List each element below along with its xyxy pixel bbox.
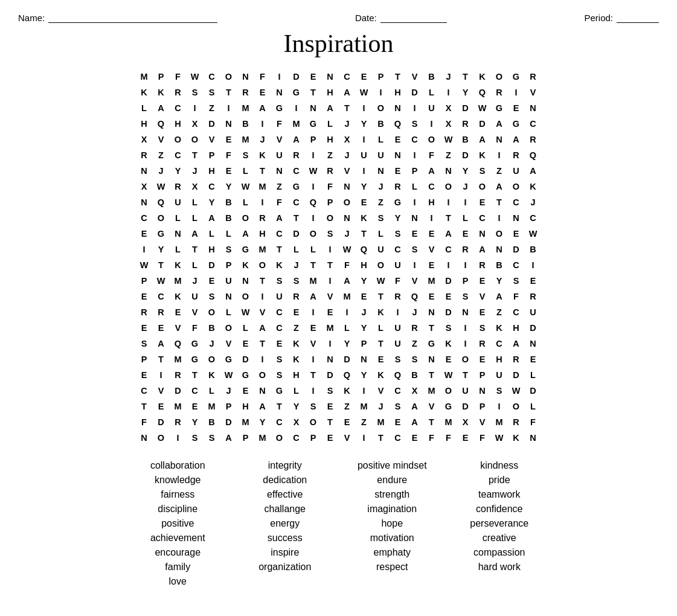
grid-cell: Z [491,304,508,320]
grid-cell: O [204,351,220,367]
word-item: encourage [127,547,229,558]
grid-cell: C [288,194,305,210]
grid-cell: J [187,273,204,289]
grid-cell: M [356,399,373,414]
word-item: emphaty [342,547,443,558]
grid-cell: I [457,257,474,273]
grid-cell: N [305,100,322,116]
grid-cell: H [288,367,305,383]
grid-cell: S [457,289,474,304]
grid-cell: U [220,273,237,289]
grid-cell: E [525,351,542,367]
grid-cell: Y [220,179,237,194]
grid-cell: L [373,320,390,336]
grid-cell: U [187,289,204,304]
grid-cell: I [406,100,423,116]
grid-cell: C [508,304,525,320]
grid-cell: Z [204,100,220,116]
word-item: endure [342,475,443,486]
grid-cell: V [406,273,423,289]
grid-cell: I [305,383,322,399]
period-underline[interactable] [617,12,659,23]
grid-cell: S [322,226,339,242]
grid-cell: L [288,383,305,399]
grid-cell: Z [288,320,305,336]
grid-cell: Y [170,163,187,179]
word-search-grid: MPFWCONFIDENCEPTVBJTKOGRKKRSSTRENGTHAWIH… [18,69,659,446]
grid-cell: U [271,289,288,304]
grid-cell: K [153,85,170,100]
grid-cell: R [170,367,187,383]
grid-cell: N [390,147,406,163]
grid-cell: N [136,163,153,179]
grid-cell: O [508,399,525,414]
grid-cell: L [220,304,237,320]
grid-cell: L [237,163,254,179]
grid-cell: N [220,289,237,304]
grid-cell: C [390,242,406,257]
grid-cell: R [288,147,305,163]
grid-cell: J [373,399,390,414]
grid-cell: W [474,100,491,116]
grid-cell: T [457,367,474,383]
grid-cell: I [491,210,508,226]
grid-cell: I [271,69,288,85]
grid-cell: V [153,132,170,147]
grid-cell: E [474,194,491,210]
grid-cell: I [220,100,237,116]
grid-cell: E [390,163,406,179]
grid-cell: K [525,179,542,194]
grid-cell: A [440,226,457,242]
grid-cell: E [136,320,153,336]
grid-cell: L [220,226,237,242]
grid-cell: N [423,351,440,367]
grid-cell: U [525,304,542,320]
grid-cell: I [356,430,373,446]
grid-cell: E [153,320,170,336]
grid-cell: L [170,242,187,257]
grid-cell: N [474,226,491,242]
name-underline[interactable] [48,12,217,23]
grid-cell: K [271,257,288,273]
word-item: achievement [127,533,229,544]
grid-cell: J [457,179,474,194]
grid-cell: H [356,257,373,273]
word-item: discipline [127,504,229,515]
word-item [342,576,443,587]
grid-cell: H [390,85,406,100]
grid-cell: N [440,163,457,179]
grid-cell: I [423,116,440,132]
grid-cell: M [237,132,254,147]
grid-cell: P [457,273,474,289]
grid-cell: I [322,336,339,351]
grid-cell: K [474,69,491,85]
grid-cell: I [491,147,508,163]
grid-cell: E [525,273,542,289]
grid-cell: O [237,289,254,304]
grid-cell: G [440,399,457,414]
grid-row: RZCTPFSKURIZJUUNIFZDKIRQ [136,147,542,163]
grid-cell: L [288,242,305,257]
grid-cell: J [525,194,542,210]
date-underline[interactable] [380,12,447,23]
grid-cell: V [170,320,187,336]
word-item: love [127,576,229,587]
grid-cell: F [271,194,288,210]
grid-cell: L [339,320,356,336]
grid-cell: W [373,273,390,289]
grid-cell: E [339,414,356,430]
grid-cell: M [423,273,440,289]
grid-cell: G [271,383,288,399]
word-item: teamwork [449,489,550,500]
grid-cell: H [170,116,187,132]
word-item: kindness [449,460,550,471]
grid-cell: T [254,163,271,179]
grid-cell: G [288,85,305,100]
grid-cell: C [525,210,542,226]
grid-cell: O [440,383,457,399]
grid-cell: W [220,367,237,383]
grid-cell: A [204,210,220,226]
grid-cell: U [271,147,288,163]
grid-cell: I [254,194,271,210]
grid-cell: E [136,226,153,242]
